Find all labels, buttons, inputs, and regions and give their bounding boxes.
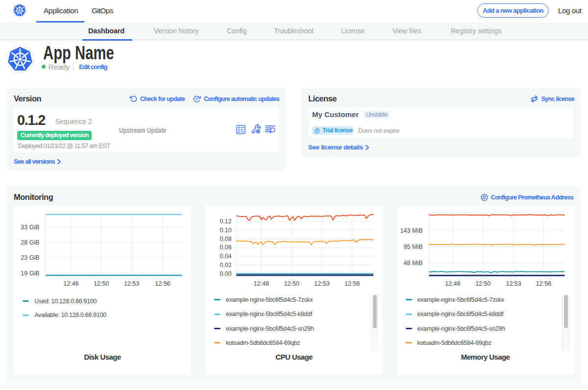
svg-text:23 GiB: 23 GiB: [21, 254, 39, 261]
svg-text:0.06: 0.06: [220, 244, 231, 251]
svg-text:12:50: 12:50: [475, 280, 490, 287]
svg-text:0.12: 0.12: [220, 218, 231, 225]
svg-text:12:50: 12:50: [94, 280, 109, 287]
svg-text:12:53: 12:53: [314, 280, 329, 287]
svg-text:143 MiB: 143 MiB: [400, 227, 422, 234]
svg-text:12:56: 12:56: [344, 280, 360, 287]
svg-text:12:46: 12:46: [445, 280, 460, 287]
svg-text:0.00: 0.00: [220, 270, 231, 277]
svg-text:95 MiB: 95 MiB: [403, 244, 422, 250]
svg-text:12:50: 12:50: [284, 280, 299, 287]
svg-text:48 MiB: 48 MiB: [403, 260, 422, 267]
svg-text:0.10: 0.10: [220, 227, 231, 234]
svg-text:12:53: 12:53: [506, 280, 521, 287]
svg-text:0.04: 0.04: [220, 253, 231, 260]
svg-text:12:53: 12:53: [124, 280, 139, 287]
svg-text:12:46: 12:46: [63, 280, 78, 287]
svg-text:12:56: 12:56: [155, 280, 170, 287]
svg-text:0.02: 0.02: [220, 262, 231, 268]
svg-text:0.08: 0.08: [220, 236, 231, 243]
svg-text:33 GiB: 33 GiB: [21, 224, 39, 231]
svg-text:12:56: 12:56: [536, 280, 551, 287]
svg-text:28 GiB: 28 GiB: [21, 239, 39, 246]
svg-text:12:46: 12:46: [254, 280, 269, 287]
svg-text:19 GiB: 19 GiB: [21, 270, 39, 277]
